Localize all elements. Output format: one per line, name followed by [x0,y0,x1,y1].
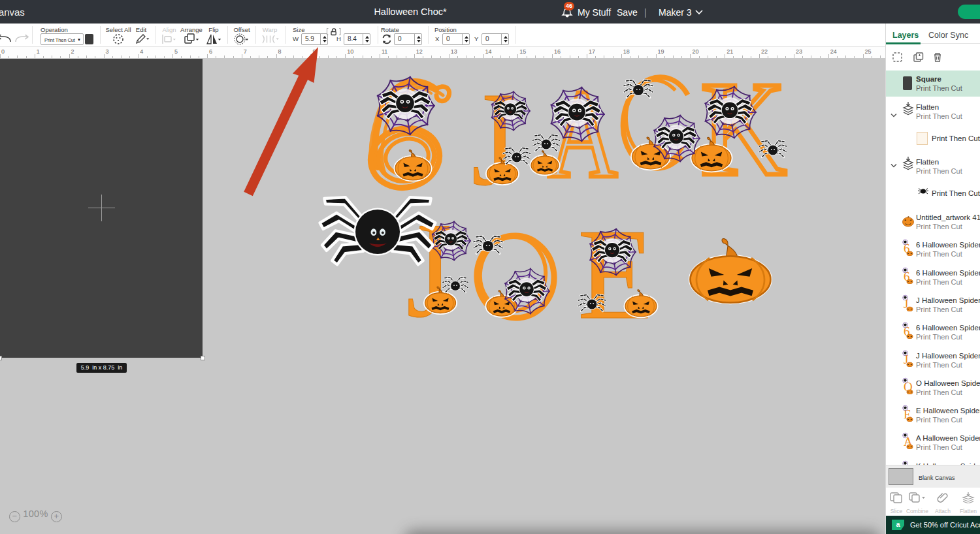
svg-text:J: J [472,65,516,213]
svg-text:A: A [547,63,618,204]
